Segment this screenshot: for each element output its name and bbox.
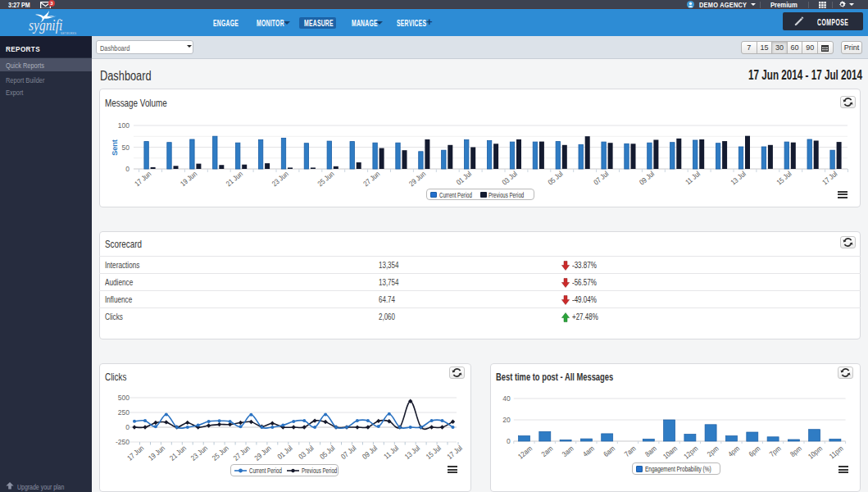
svg-text:Sent: Sent xyxy=(111,139,119,156)
svg-text:100: 100 xyxy=(118,121,130,130)
svg-text:25 Jun: 25 Jun xyxy=(210,444,230,462)
svg-text:21 Jun: 21 Jun xyxy=(225,169,245,188)
svg-text:12pm: 12pm xyxy=(682,444,700,461)
svg-text:6pm: 6pm xyxy=(747,444,761,458)
svg-text:27 Jun: 27 Jun xyxy=(231,444,252,462)
svg-text:17 Jun: 17 Jun xyxy=(133,169,153,188)
svg-text:4am: 4am xyxy=(581,444,596,458)
svg-text:11 Jul: 11 Jul xyxy=(382,444,400,461)
svg-text:0: 0 xyxy=(125,165,130,173)
svg-text:8pm: 8pm xyxy=(788,444,803,458)
svg-text:11pm: 11pm xyxy=(828,444,845,460)
svg-text:29 Jun: 29 Jun xyxy=(252,444,273,462)
svg-text:27 Jun: 27 Jun xyxy=(361,169,382,188)
svg-text:40: 40 xyxy=(502,394,511,403)
svg-text:21 Jun: 21 Jun xyxy=(168,444,189,462)
svg-text:11 Jul: 11 Jul xyxy=(684,169,702,186)
svg-text:07 Jul: 07 Jul xyxy=(592,169,611,186)
svg-text:12am: 12am xyxy=(516,444,534,461)
svg-text:09 Jul: 09 Jul xyxy=(638,169,657,186)
svg-text:500: 500 xyxy=(118,394,130,402)
svg-text:17 Jul: 17 Jul xyxy=(820,169,839,186)
svg-text:3am: 3am xyxy=(560,444,575,458)
svg-text:10pm: 10pm xyxy=(807,444,825,461)
svg-text:09 Jul: 09 Jul xyxy=(361,444,379,461)
svg-text:01 Jul: 01 Jul xyxy=(275,444,294,461)
svg-text:17 Jun: 17 Jun xyxy=(125,444,146,462)
svg-text:0: 0 xyxy=(125,423,130,431)
svg-text:2pm: 2pm xyxy=(706,444,720,458)
svg-text:15 Jul: 15 Jul xyxy=(424,444,443,461)
svg-text:25 Jun: 25 Jun xyxy=(316,169,336,188)
svg-text:2am: 2am xyxy=(539,444,554,458)
svg-text:19 Jun: 19 Jun xyxy=(179,169,199,188)
svg-text:07 Jul: 07 Jul xyxy=(339,444,358,461)
svg-text:50: 50 xyxy=(122,144,130,152)
svg-text:20: 20 xyxy=(502,416,511,424)
svg-text:-250: -250 xyxy=(116,438,130,446)
svg-text:03 Jul: 03 Jul xyxy=(500,169,519,186)
svg-text:15 Jul: 15 Jul xyxy=(775,169,793,186)
svg-text:05 Jul: 05 Jul xyxy=(546,169,565,186)
svg-text:0: 0 xyxy=(507,437,511,445)
svg-text:19 Jun: 19 Jun xyxy=(147,444,167,462)
svg-text:6am: 6am xyxy=(602,444,616,458)
svg-text:250: 250 xyxy=(118,408,130,417)
svg-text:13 Jul: 13 Jul xyxy=(403,444,422,461)
svg-text:23 Jun: 23 Jun xyxy=(270,169,290,188)
svg-text:8am: 8am xyxy=(643,444,658,458)
svg-text:17 Jul: 17 Jul xyxy=(445,444,464,461)
svg-text:10am: 10am xyxy=(661,444,679,461)
svg-text:7am: 7am xyxy=(622,444,637,458)
svg-text:05 Jul: 05 Jul xyxy=(318,444,337,461)
svg-text:13 Jul: 13 Jul xyxy=(729,169,748,186)
svg-text:03 Jul: 03 Jul xyxy=(297,444,316,461)
svg-text:4pm: 4pm xyxy=(726,444,741,458)
svg-text:7pm: 7pm xyxy=(767,444,782,458)
svg-text:23 Jun: 23 Jun xyxy=(189,444,210,462)
svg-text:29 Jun: 29 Jun xyxy=(407,169,428,188)
svg-text:01 Jul: 01 Jul xyxy=(455,169,474,186)
